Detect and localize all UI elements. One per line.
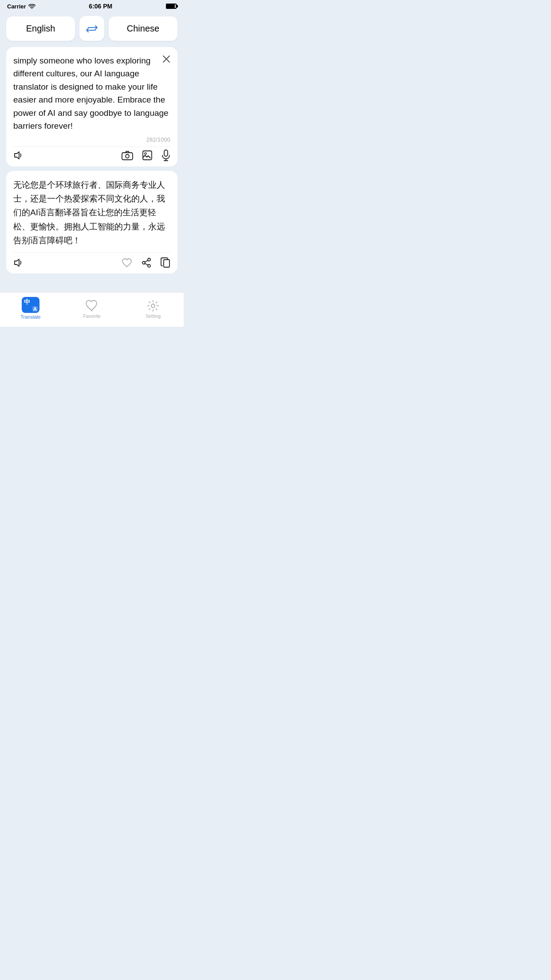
wifi-icon bbox=[28, 3, 35, 10]
favorite-button[interactable] bbox=[122, 257, 132, 268]
language-selector-row: English Chinese bbox=[0, 12, 184, 45]
svg-point-15 bbox=[151, 304, 155, 308]
output-card: 无论您是个环球旅行者、国际商务专业人士，还是一个热爱探索不同文化的人，我们的AI… bbox=[6, 171, 177, 274]
copy-button[interactable] bbox=[161, 257, 170, 268]
status-time: 6:06 PM bbox=[89, 3, 112, 10]
speak-output-button[interactable] bbox=[13, 257, 24, 268]
svg-point-9 bbox=[148, 258, 150, 261]
svg-point-2 bbox=[126, 154, 129, 158]
input-card: simply someone who loves exploring diffe… bbox=[6, 47, 177, 166]
source-language-button[interactable]: English bbox=[6, 16, 75, 41]
output-toolbar bbox=[13, 253, 170, 269]
camera-button[interactable] bbox=[122, 150, 133, 160]
svg-rect-5 bbox=[164, 150, 168, 156]
svg-rect-3 bbox=[143, 151, 152, 160]
svg-rect-1 bbox=[122, 153, 133, 160]
svg-marker-8 bbox=[15, 259, 19, 266]
svg-rect-14 bbox=[164, 260, 169, 267]
setting-tab-icon bbox=[147, 298, 159, 312]
swap-languages-button[interactable] bbox=[79, 16, 104, 41]
image-button[interactable] bbox=[142, 150, 153, 161]
speak-input-button[interactable] bbox=[13, 150, 24, 161]
share-button[interactable] bbox=[141, 257, 152, 268]
tab-bar: 中 A Translate Favorite Setting bbox=[0, 292, 184, 327]
status-bar: Carrier 6:06 PM bbox=[0, 0, 184, 12]
input-toolbar bbox=[13, 146, 170, 162]
tab-favorite-label: Favorite bbox=[83, 313, 101, 319]
favorite-tab-icon bbox=[86, 298, 98, 312]
target-language-button[interactable]: Chinese bbox=[109, 16, 177, 41]
svg-point-4 bbox=[145, 153, 146, 154]
carrier-label: Carrier bbox=[7, 3, 26, 10]
input-text[interactable]: simply someone who loves exploring diffe… bbox=[13, 54, 170, 133]
tab-setting-label: Setting bbox=[146, 313, 161, 319]
microphone-button[interactable] bbox=[161, 150, 170, 161]
output-text: 无论您是个环球旅行者、国际商务专业人士，还是一个热爱探索不同文化的人，我们的AI… bbox=[13, 178, 170, 248]
char-count: 282/1000 bbox=[13, 136, 170, 143]
svg-marker-0 bbox=[15, 152, 19, 159]
svg-point-11 bbox=[148, 265, 150, 267]
svg-point-10 bbox=[142, 261, 145, 264]
svg-line-13 bbox=[145, 261, 148, 262]
clear-input-button[interactable] bbox=[161, 53, 171, 64]
translate-icon: 中 A bbox=[22, 297, 39, 313]
tab-favorite[interactable]: Favorite bbox=[61, 298, 122, 319]
swap-icon bbox=[86, 23, 98, 34]
battery-icon bbox=[166, 4, 177, 9]
tab-setting[interactable]: Setting bbox=[122, 298, 184, 318]
tab-translate-label: Translate bbox=[20, 314, 40, 320]
svg-line-12 bbox=[145, 264, 148, 265]
tab-translate[interactable]: 中 A Translate bbox=[0, 297, 61, 320]
